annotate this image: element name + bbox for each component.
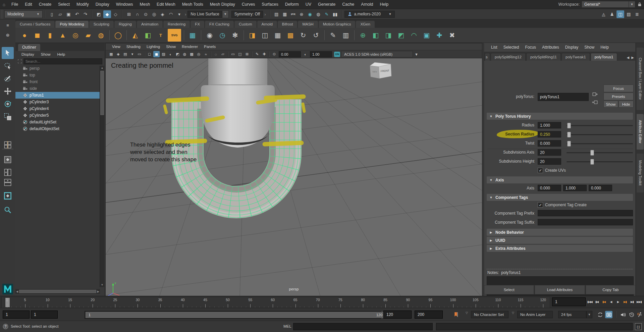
menu-deform[interactable]: Deform xyxy=(282,0,302,9)
field-subdivisions-height[interactable]: 20 xyxy=(538,158,561,165)
use-lights-icon[interactable]: ◐ xyxy=(167,51,174,57)
shelf-tab-poly-modeling[interactable]: Poly Modeling xyxy=(55,21,88,28)
color-management-toggle-icon[interactable]: ON xyxy=(334,52,340,57)
menu-help[interactable]: Help xyxy=(376,0,392,9)
range-slider-track[interactable]: 1 120 xyxy=(85,311,381,319)
shelf-tab-mash[interactable]: MASH xyxy=(298,21,318,28)
bookmarks-icon[interactable]: ▾ xyxy=(129,51,136,57)
bridge-edges-icon[interactable]: ◠ xyxy=(408,30,420,41)
undo-icon[interactable]: ↶ xyxy=(73,10,81,18)
anti-aliasing-icon[interactable]: ▩ xyxy=(189,51,195,57)
single-view-layout-button[interactable] xyxy=(2,190,13,201)
character-set-menu-icon[interactable]: ▽ xyxy=(466,311,468,315)
dock-handle[interactable] xyxy=(1,10,3,18)
zoom-region-button[interactable] xyxy=(2,205,13,215)
sculpt-tool-icon[interactable]: ◭ xyxy=(129,30,141,41)
shelf-tab-bifrost[interactable]: Bifrost xyxy=(278,21,298,28)
viewport-menu-view[interactable]: View xyxy=(109,43,123,50)
ae-tab-polysplitring11[interactable]: polySplitRing11 xyxy=(526,53,561,61)
shelf-tab-motion-graphics[interactable]: Motion Graphics xyxy=(319,21,356,28)
command-line-input[interactable] xyxy=(293,323,433,330)
shadows-icon[interactable]: ◩ xyxy=(174,51,181,57)
ae-menu-focus[interactable]: Focus xyxy=(522,43,539,52)
shelf-gear-icon[interactable]: ⊛ xyxy=(4,31,12,39)
menu-curves[interactable]: Curves xyxy=(238,0,259,9)
step-forward-frame-button[interactable]: ▶▮ xyxy=(629,298,636,306)
select-by-component-icon[interactable]: ◇ xyxy=(112,10,119,18)
poly-cube-icon[interactable]: ◼ xyxy=(32,30,43,41)
shelf-tab-rendering[interactable]: Rendering xyxy=(163,21,190,28)
menu-edit[interactable]: Edit xyxy=(21,0,36,9)
view-selected-camera-icon[interactable]: ▦ xyxy=(108,51,114,57)
shelf-tab-xgen[interactable]: XGen xyxy=(356,21,374,28)
animation-end-field[interactable]: 200 xyxy=(415,311,443,319)
target-weld-icon[interactable]: ✖ xyxy=(446,30,458,41)
outliner-horizontal-scrollbar[interactable]: ◀ ▶ xyxy=(15,289,100,294)
hypershade-icon[interactable]: ◍ xyxy=(315,10,322,18)
go-to-end-button[interactable]: ▶▶▮ xyxy=(636,298,643,306)
outliner-item-ptorus1[interactable]: pTorus1 xyxy=(15,92,100,99)
combine-mesh-icon[interactable]: ⊕ xyxy=(357,30,369,41)
ambient-occlusion-icon[interactable]: ◍ xyxy=(181,51,188,57)
mirror-geometry-icon[interactable]: ◨ xyxy=(247,30,258,41)
smooth-shade-icon[interactable]: ◼ xyxy=(153,51,160,57)
select-tool[interactable] xyxy=(2,47,14,59)
snowflake-icon[interactable]: ✻ xyxy=(229,30,241,41)
camera-attributes-icon[interactable]: ▤ xyxy=(122,51,128,57)
focus-button[interactable]: Focus xyxy=(603,85,634,92)
channel-box-toggle-icon[interactable]: ▤ xyxy=(625,10,633,18)
anim-layer-menu-icon[interactable]: ▽ xyxy=(512,311,514,315)
node-name-field[interactable]: polyTorus1 xyxy=(538,93,589,101)
cached-playback-icon[interactable] xyxy=(628,311,635,318)
view-cube[interactable]: FRONT LEFT xyxy=(370,62,391,78)
timeline-track[interactable]: 1510152025303540455055606570758085909510… xyxy=(1,297,550,308)
snap-to-points-icon[interactable]: ⊙ xyxy=(142,10,150,18)
live-surface-field[interactable]: No Live Surface xyxy=(187,11,222,18)
ae-menu-list[interactable]: List xyxy=(488,43,500,52)
section-node-behavior[interactable]: ▶Node Behavior xyxy=(487,229,633,236)
slider-subdivisions-axis[interactable] xyxy=(567,149,633,156)
ae-menu-show[interactable]: Show xyxy=(581,43,597,52)
outliner-tab[interactable]: Outliner xyxy=(18,44,40,51)
snap-to-projected-center-icon[interactable]: ◎ xyxy=(150,10,158,18)
time-clock-icon[interactable]: ◷ xyxy=(217,30,228,41)
snap-to-curves-icon[interactable]: ∩ xyxy=(133,10,141,18)
character-set-field[interactable]: No Character Set xyxy=(471,311,508,318)
field-twist[interactable]: 0.000 xyxy=(538,140,561,147)
copy-tab-button[interactable]: Copy Tab xyxy=(586,285,636,294)
outliner-vertical-scrollbar[interactable]: ▲ ▼ xyxy=(100,66,104,287)
tabs-scroll-right-icon[interactable]: ▶ xyxy=(631,56,634,59)
filter-icon[interactable] xyxy=(17,59,22,64)
field-radius[interactable]: 1.000 xyxy=(538,122,561,128)
platonic-solid-icon[interactable]: ◯ xyxy=(112,30,124,41)
ipr-render-icon[interactable]: IPR xyxy=(289,10,297,18)
snap-to-grid-icon[interactable]: ⊞ xyxy=(125,10,133,18)
poly-sphere-icon[interactable]: ● xyxy=(19,30,30,41)
four-view-layout-button[interactable] xyxy=(2,140,13,150)
shelf-tab-curves-surfaces[interactable]: Curves / Surfaces xyxy=(15,21,55,28)
fps-dropdown-arrow-icon[interactable]: ▼ xyxy=(586,311,592,318)
persp-graph-layout-button[interactable] xyxy=(2,177,13,188)
poly-disc-icon[interactable]: ◍ xyxy=(95,30,107,41)
svg-tool-icon[interactable]: SVG xyxy=(168,29,181,42)
range-slider-range[interactable]: 1 120 xyxy=(86,312,385,318)
field-section-radius[interactable]: 0.250 xyxy=(538,131,561,137)
help-icon[interactable]: ? xyxy=(3,324,8,329)
make-object-live-icon[interactable]: ◠ xyxy=(167,10,175,18)
character-controls-icon[interactable]: ♟ xyxy=(608,10,616,18)
component-tag-suffix-field[interactable] xyxy=(538,219,633,225)
select-button[interactable]: Select xyxy=(484,285,534,294)
menu-modify[interactable]: Modify xyxy=(73,0,92,9)
hide-button[interactable]: Hide xyxy=(619,101,634,108)
menu-mesh-display[interactable]: Mesh Display xyxy=(207,0,238,9)
section-uuid[interactable]: ▶UUID xyxy=(487,237,633,244)
axis-x-field[interactable]: 0.000 xyxy=(538,185,561,191)
move-tool[interactable] xyxy=(2,85,14,97)
isolate-select-icon[interactable]: ◌ xyxy=(213,51,219,57)
gamma-field[interactable]: 1.00 xyxy=(310,51,332,57)
animation-preferences-icon[interactable] xyxy=(605,311,612,318)
menu-mesh[interactable]: Mesh xyxy=(137,0,154,9)
insert-edge-loop-icon[interactable]: ▥ xyxy=(340,30,352,41)
paint-select-tool[interactable] xyxy=(2,72,14,85)
save-scene-icon[interactable]: ▣ xyxy=(65,10,72,18)
